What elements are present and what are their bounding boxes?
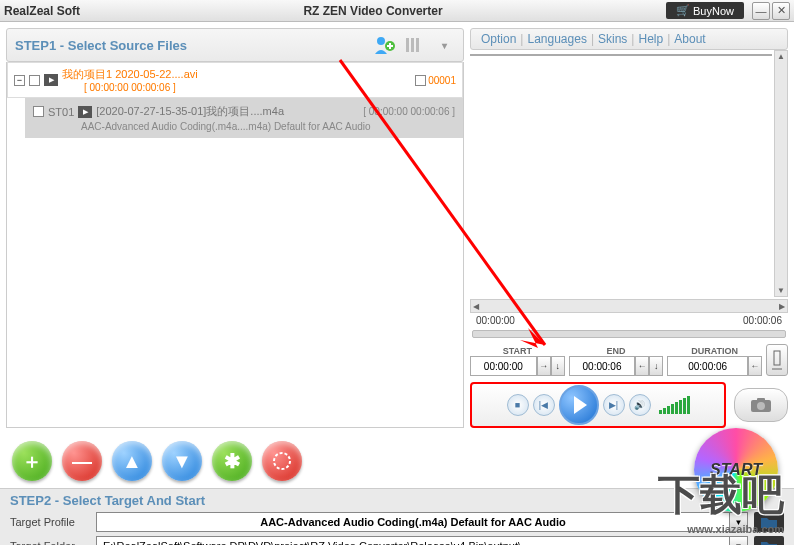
start-label: START — [470, 346, 565, 356]
target-profile-input[interactable] — [96, 512, 730, 532]
menu-bar: Option| Languages| Skins| Help| About — [470, 28, 788, 50]
preview-scroll-h[interactable]: ◀▶ — [470, 299, 788, 313]
stop-button[interactable]: ■ — [507, 394, 529, 416]
child-checkbox[interactable] — [33, 106, 44, 117]
step1-header-icons: ▾ — [373, 34, 455, 56]
target-profile-browse[interactable] — [754, 512, 784, 532]
right-pane: Option| Languages| Skins| Help| About ◀▶… — [470, 28, 788, 428]
file-row-child[interactable]: ST01 ▶ [2020-07-27-15-35-01]我的项目....m4a … — [25, 98, 463, 138]
file-sequence: 00001 — [415, 75, 456, 86]
duration-col: DURATION ← — [667, 346, 762, 376]
minimize-button[interactable]: — — [752, 2, 770, 20]
volume-bars-icon — [659, 396, 690, 414]
seek-bar[interactable] — [472, 330, 786, 338]
child-time: [ 00:00:00 00:00:06 ] — [363, 106, 455, 117]
main-area: STEP1 - Select Source Files ▾ − ▶ 我的项目1 … — [0, 22, 794, 434]
target-profile-label: Target Profile — [10, 516, 90, 528]
target-folder-dropdown[interactable]: ▼ — [730, 536, 748, 545]
step1-title: STEP1 - Select Source Files — [15, 38, 187, 53]
dvd-button[interactable] — [262, 441, 302, 481]
volume-button[interactable]: 🔊 — [629, 394, 651, 416]
title-bar: RealZeal Soft RZ ZEN Video Converter 🛒 B… — [0, 0, 794, 22]
source-file-list: − ▶ 我的项目1 2020-05-22....avi [ 00:00:00 0… — [6, 62, 464, 428]
start-input[interactable] — [470, 356, 537, 376]
file-seq-checkbox[interactable] — [415, 75, 426, 86]
play-icon[interactable]: ▶ — [78, 106, 92, 118]
move-down-button[interactable]: ▼ — [162, 441, 202, 481]
mark-button[interactable] — [766, 344, 788, 376]
target-folder-input[interactable] — [96, 536, 730, 545]
target-profile-dropdown[interactable]: ▼ — [730, 512, 748, 532]
end-input[interactable] — [569, 356, 636, 376]
svg-rect-2 — [406, 38, 409, 52]
file-checkbox[interactable] — [29, 75, 40, 86]
start-end-duration-row: START → ↓ END ← ↓ DURATION ← — [470, 344, 788, 376]
child-desc: AAC-Advanced Audio Coding(.m4a....m4a) D… — [81, 121, 455, 132]
svg-rect-5 — [774, 351, 780, 365]
duration-left-arrow[interactable]: ← — [748, 356, 762, 376]
target-folder-browse[interactable] — [754, 536, 784, 545]
next-button[interactable]: ▶| — [603, 394, 625, 416]
start-col: START → ↓ — [470, 346, 565, 376]
play-button[interactable] — [559, 385, 599, 425]
add-person-icon[interactable] — [373, 34, 395, 56]
child-st: ST01 — [48, 106, 74, 118]
menu-option[interactable]: Option — [481, 32, 516, 46]
end-col: END ← ↓ — [569, 346, 664, 376]
end-left-arrow[interactable]: ← — [635, 356, 649, 376]
close-button[interactable]: ✕ — [772, 2, 790, 20]
remove-file-button[interactable]: — — [62, 441, 102, 481]
settings-button[interactable]: ✱ — [212, 441, 252, 481]
step2-title: STEP2 - Select Target And Start — [10, 493, 784, 508]
duration-label: DURATION — [667, 346, 762, 356]
menu-languages[interactable]: Languages — [527, 32, 586, 46]
time-left: 00:00:00 — [476, 315, 515, 326]
start-right-arrow[interactable]: → — [537, 356, 551, 376]
start-button[interactable]: START — [694, 428, 778, 512]
menu-skins[interactable]: Skins — [598, 32, 627, 46]
svg-point-11 — [274, 453, 290, 469]
video-preview[interactable] — [470, 54, 772, 56]
target-folder-row: Target Folder ▼ — [10, 536, 784, 545]
target-profile-row: Target Profile ▼ — [10, 512, 784, 532]
file-name: 我的项目1 2020-05-22....avi — [62, 67, 198, 82]
target-folder-label: Target Folder — [10, 540, 90, 545]
step2-panel: STEP2 - Select Target And Start Target P… — [0, 488, 794, 545]
svg-point-8 — [757, 402, 765, 410]
cart-icon: 🛒 — [676, 4, 690, 17]
end-down-arrow[interactable]: ↓ — [649, 356, 663, 376]
step1-header: STEP1 - Select Source Files ▾ — [6, 28, 464, 62]
app-title: RZ ZEN Video Converter — [80, 4, 666, 18]
child-name: [2020-07-27-15-35-01]我的项目....m4a — [96, 104, 284, 119]
collapse-icon[interactable]: − — [14, 75, 25, 86]
preview-scroll-v[interactable] — [774, 50, 788, 297]
svg-rect-3 — [411, 38, 414, 52]
playback-controls: ■ |◀ ▶| 🔊 — [470, 382, 726, 428]
svg-point-0 — [377, 37, 385, 45]
preview-time-row: 00:00:00 00:00:06 — [470, 313, 788, 328]
left-pane: STEP1 - Select Source Files ▾ − ▶ 我的项目1 … — [6, 28, 464, 428]
chevron-down-icon[interactable]: ▾ — [433, 34, 455, 56]
menu-help[interactable]: Help — [638, 32, 663, 46]
svg-rect-4 — [416, 38, 419, 52]
end-label: END — [569, 346, 664, 356]
file-row-parent[interactable]: − ▶ 我的项目1 2020-05-22....avi [ 00:00:00 0… — [7, 62, 463, 98]
file-duration: [ 00:00:00 00:00:06 ] — [84, 82, 198, 93]
bottom-button-row: ＋ — ▲ ▼ ✱ START — [0, 434, 794, 488]
brand-label: RealZeal Soft — [4, 4, 80, 18]
menu-about[interactable]: About — [674, 32, 705, 46]
prev-button[interactable]: |◀ — [533, 394, 555, 416]
move-up-button[interactable]: ▲ — [112, 441, 152, 481]
buy-now-button[interactable]: 🛒 BuyNow — [666, 2, 744, 19]
time-right: 00:00:06 — [743, 315, 782, 326]
duration-input[interactable] — [667, 356, 748, 376]
snapshot-button[interactable] — [734, 388, 788, 422]
playback-controls-row: ■ |◀ ▶| 🔊 — [470, 382, 788, 428]
bars-icon[interactable] — [403, 34, 425, 56]
add-file-button[interactable]: ＋ — [12, 441, 52, 481]
play-icon[interactable]: ▶ — [44, 74, 58, 86]
start-down-arrow[interactable]: ↓ — [551, 356, 565, 376]
svg-rect-7 — [757, 398, 765, 402]
